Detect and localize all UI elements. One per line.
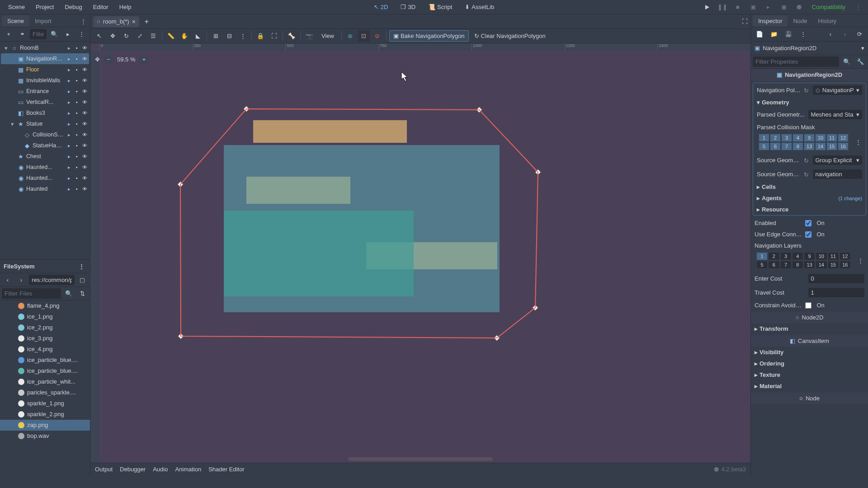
ins-load-icon[interactable]: 📁 [768,28,780,40]
script-icon[interactable]: ▪ [73,99,80,106]
expand-icon[interactable]: ▾ [9,121,15,127]
scene-filter-input[interactable] [30,29,47,39]
layer-cell[interactable]: 14 [815,142,826,150]
ins-history-fwd[interactable]: › [839,28,851,40]
scene-tree[interactable]: ▾ ○ RoomB ▸ ▪ 👁 ▣ NavigationRegio... ▸ ▪… [0,42,90,259]
ruler-tool[interactable]: 📏 [165,30,177,42]
remote-debug-icon[interactable]: ▣ [747,2,760,13]
scene-instance-icon[interactable]: ▸ [66,142,73,149]
script-icon[interactable]: ▪ [73,131,80,138]
layer-cell[interactable]: 16 [838,142,849,150]
expand-icon[interactable]: ▾ [3,45,9,52]
rotate-tool[interactable]: ↻ [120,30,132,42]
nav-tool-2[interactable]: ⊡ [358,30,370,42]
transform-section[interactable]: ▸Transform [751,323,868,334]
scene-tree-item[interactable]: ◧ Books3 ▸ ▪ 👁 [1,108,89,118]
layer-cell[interactable]: 13 [804,261,815,269]
class-header-node[interactable]: ○Node [751,393,868,404]
script-icon[interactable]: ▪ [73,142,80,149]
mode-assetlib-button[interactable]: ⬇AssetLib [460,2,499,12]
bone-tool[interactable]: 🦴 [286,30,297,42]
play-scene-button[interactable]: ▸ [762,2,775,13]
snap-grid-tool[interactable]: ⊟ [223,30,235,42]
class-header-node2d[interactable]: ○Node2D [751,312,868,323]
layer-cell[interactable]: 2 [768,252,779,260]
nav-layers-grid[interactable]: 12349101112567813141516 [753,251,854,270]
layer-cell[interactable]: 5 [756,261,768,269]
layer-cell[interactable]: 12 [838,134,849,142]
menu-project[interactable]: Project [31,2,58,12]
visible-icon[interactable]: 👁 [81,88,88,95]
visible-icon[interactable]: 👁 [81,174,88,182]
enter-cost-input[interactable]: 0 [808,274,865,283]
fs-sort-icon[interactable]: ⇅ [76,287,88,299]
parsed-geom-dropdown[interactable]: Meshes and Sta▾ [808,110,863,119]
scene-tree-item[interactable]: ▾ ★ Statue ▸ ▪ 👁 [1,118,89,129]
layer-cell[interactable]: 12 [840,252,851,260]
fs-search-icon[interactable]: 🔍 [63,287,75,299]
new-tab-button[interactable]: + [141,16,152,28]
visibility-section[interactable]: ▸Visibility [751,347,868,358]
reset-icon[interactable]: ↻ [804,171,810,178]
scene-instance-icon[interactable]: ▸ [66,55,73,62]
bottom-tab-audio[interactable]: Audio [153,466,168,473]
enabled-checkbox[interactable] [805,220,811,226]
visible-icon[interactable]: 👁 [81,66,88,73]
scene-tree-item[interactable]: ◉ Haunted... ▸ ▪ 👁 [1,173,89,183]
scene-instance-icon[interactable]: ▸ [66,131,73,138]
scale-tool[interactable]: ⤢ [134,30,146,42]
filesystem-list[interactable]: flame_4.png ice_1.png ice_2.png ice_3.pn… [0,300,90,476]
viewport-h-scrollbar[interactable] [348,457,493,461]
layer-cell[interactable]: 16 [840,261,851,269]
layer-cell[interactable]: 7 [781,142,792,150]
scene-more-icon[interactable]: ⋮ [75,28,87,40]
bake-navpoly-button[interactable]: ▣Bake NavigationPolygon [389,30,469,42]
scene-tree-item[interactable]: ◆ StatueHammer ▸ ▪ 👁 [1,140,89,151]
filesystem-item[interactable]: zap.png [0,420,90,431]
center-view-icon[interactable]: ✥ [95,56,100,63]
pan-tool[interactable]: ✋ [179,30,190,42]
collision-more-icon[interactable]: ⋮ [852,136,864,148]
scene-tree-item[interactable]: ▭ VerticalR... ▸ ▪ 👁 [1,97,89,108]
layer-cell[interactable]: 3 [780,252,792,260]
visible-icon[interactable]: 👁 [81,77,88,84]
play-custom-button[interactable]: ▣ [778,2,790,13]
layer-cell[interactable]: 8 [792,261,803,269]
layer-cell[interactable]: 8 [793,142,803,150]
ins-tools-icon[interactable]: 🔧 [854,56,866,68]
visible-icon[interactable]: 👁 [81,109,88,117]
script-icon[interactable]: ▪ [73,120,80,127]
bottom-tab-output[interactable]: Output [95,466,113,473]
ins-save-icon[interactable]: 📄 [754,28,765,40]
filesystem-item[interactable]: sparkle_1.png [0,398,90,409]
source-geom-group-input[interactable]: navigation [813,169,863,179]
search-icon[interactable]: 🔍 [48,28,60,40]
bottom-tab-shader[interactable]: Shader Editor [208,466,245,473]
zoom-level[interactable]: 59.5 % [117,56,135,63]
reset-icon[interactable]: ↻ [804,87,810,94]
script-icon[interactable]: ▪ [73,164,80,171]
scene-instance-icon[interactable]: ▸ [66,174,73,182]
navpoly-resource-picker[interactable]: ◇ NavigationP▾ [813,85,863,95]
fs-back-button[interactable]: ‹ [2,274,14,286]
visible-icon[interactable]: 👁 [81,142,88,149]
group-tool[interactable]: ⛶ [268,30,280,42]
layer-cell[interactable]: 15 [828,261,839,269]
scene-tab-room-b[interactable]: ○ room_b(*) × [93,16,139,27]
ins-save2-icon[interactable]: 💾 [783,28,794,40]
scene-tree-item[interactable]: ◉ Haunted ▸ ▪ 👁 [1,183,89,194]
script-icon[interactable]: ▪ [73,44,80,52]
visible-icon[interactable]: 👁 [81,120,88,127]
script-icon[interactable]: ▪ [73,88,80,95]
tab-history[interactable]: History [813,15,842,27]
filesystem-item[interactable]: ice_4.png [0,344,90,355]
layer-cell[interactable]: 4 [792,252,803,260]
layer-cell[interactable]: 9 [804,252,815,260]
tab-import[interactable]: Import [29,15,57,27]
scene-instance-icon[interactable]: ▸ [66,44,73,52]
filesystem-item[interactable]: ice_3.png [0,333,90,344]
layer-cell[interactable]: 14 [816,261,827,269]
layer-cell[interactable]: 10 [816,252,827,260]
filesystem-item[interactable]: flame_4.png [0,300,90,311]
fs-toggle-icon[interactable]: ▢ [76,274,88,286]
